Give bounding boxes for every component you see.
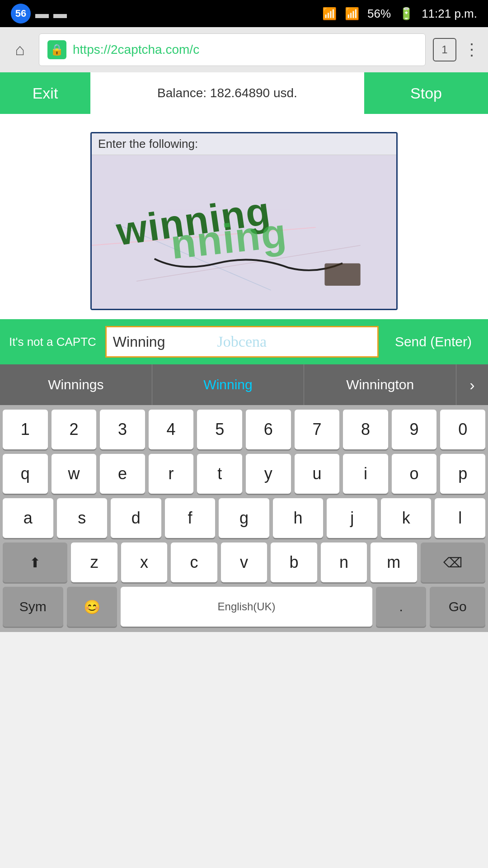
key-c[interactable]: c (171, 542, 217, 582)
key-r[interactable]: r (149, 454, 194, 494)
autocomplete-item-0[interactable]: Winnings (0, 364, 152, 405)
autocomplete-more-button[interactable]: › (456, 364, 488, 405)
captcha-input-value[interactable]: Winning (113, 334, 165, 350)
space-key[interactable]: English(UK) (121, 587, 372, 627)
key-u[interactable]: u (295, 454, 340, 494)
go-key[interactable]: Go (430, 587, 485, 627)
keyboard-zxcv-row: ⬆ z x c v b n m ⌫ (3, 542, 485, 582)
key-b[interactable]: b (271, 542, 317, 582)
key-h[interactable]: h (273, 498, 324, 538)
balance-display: Balance: 182.64890 usd. (90, 86, 364, 100)
battery-icon: 🔋 (399, 7, 413, 21)
key-8[interactable]: 8 (343, 410, 388, 449)
key-f[interactable]: f (165, 498, 216, 538)
tab-count-button[interactable]: 1 (433, 38, 456, 61)
key-i[interactable]: i (343, 454, 388, 494)
captcha-image: winning nning (92, 155, 396, 309)
key-9[interactable]: 9 (392, 410, 437, 449)
keyboard-asdf-row: a s d f g h j k l (3, 498, 485, 538)
key-d[interactable]: d (111, 498, 161, 538)
status-bar: 56 ▬ ▬ 📶 📶 56% 🔋 11:21 p.m. (0, 0, 488, 27)
shift-key[interactable]: ⬆ (3, 542, 67, 582)
emoji-key[interactable]: 😊 (67, 587, 117, 627)
autocomplete-item-2[interactable]: Winnington (304, 364, 456, 405)
key-5[interactable]: 5 (197, 410, 242, 449)
key-j[interactable]: j (327, 498, 377, 538)
keyboard-bottom-row: Sym 😊 English(UK) . Go (3, 587, 485, 627)
key-t[interactable]: t (197, 454, 242, 494)
address-bar[interactable]: 🔒 https://2captcha.com/c (39, 33, 426, 66)
key-m[interactable]: m (371, 542, 417, 582)
key-k[interactable]: k (381, 498, 432, 538)
key-p[interactable]: p (440, 454, 485, 494)
key-n[interactable]: n (321, 542, 367, 582)
sym-key[interactable]: Sym (3, 587, 63, 627)
main-content: Enter the following: winning nning (0, 114, 488, 319)
svg-rect-6 (324, 263, 360, 286)
captcha-prompt-label: Enter the following: (92, 133, 396, 155)
captcha-container: Enter the following: winning nning (90, 132, 398, 310)
key-7[interactable]: 7 (295, 410, 340, 449)
key-0[interactable]: 0 (440, 410, 485, 449)
home-button[interactable]: ⌂ (8, 38, 32, 61)
action-bar: Exit Balance: 182.64890 usd. Stop (0, 72, 488, 114)
key-a[interactable]: a (3, 498, 53, 538)
key-x[interactable]: x (121, 542, 167, 582)
not-captcha-label: It's not a CAPTC (0, 335, 105, 349)
browser-chrome: ⌂ 🔒 https://2captcha.com/c 1 ⋮ (0, 27, 488, 72)
signal-icon-1: ▬ (35, 6, 49, 21)
key-g[interactable]: g (219, 498, 269, 538)
signal-icon-2: ▬ (53, 6, 67, 21)
key-6[interactable]: 6 (246, 410, 291, 449)
wifi-icon: 📶 (322, 7, 337, 21)
key-3[interactable]: 3 (100, 410, 145, 449)
autocomplete-bar: Winnings Winning Winnington › (0, 364, 488, 405)
input-bar: It's not a CAPTC Winning Jobcena Send (E… (0, 319, 488, 364)
key-l[interactable]: l (435, 498, 485, 538)
lock-icon: 🔒 (47, 40, 66, 59)
autocomplete-item-1[interactable]: Winning (152, 364, 305, 405)
captcha-input-wrapper[interactable]: Winning Jobcena (105, 326, 379, 358)
signal-bars-icon: 📶 (345, 7, 359, 21)
stop-button[interactable]: Stop (364, 72, 488, 114)
url-text: https://2captcha.com/c (73, 42, 417, 57)
key-w[interactable]: w (52, 454, 97, 494)
backspace-key[interactable]: ⌫ (421, 542, 485, 582)
key-s[interactable]: s (57, 498, 108, 538)
key-z[interactable]: z (71, 542, 117, 582)
key-o[interactable]: o (392, 454, 437, 494)
keyboard: 1 2 3 4 5 6 7 8 9 0 q w e r t y u i o p … (0, 405, 488, 632)
input-watermark: Jobcena (217, 333, 267, 350)
exit-button[interactable]: Exit (0, 72, 90, 114)
send-button[interactable]: Send (Enter) (379, 319, 488, 364)
key-4[interactable]: 4 (149, 410, 194, 449)
key-q[interactable]: q (3, 454, 48, 494)
browser-menu-button[interactable]: ⋮ (464, 40, 480, 59)
key-e[interactable]: e (100, 454, 145, 494)
battery-percent: 56% (367, 7, 391, 21)
keyboard-qwerty-row: q w e r t y u i o p (3, 454, 485, 494)
period-key[interactable]: . (376, 587, 426, 627)
key-v[interactable]: v (221, 542, 267, 582)
key-y[interactable]: y (246, 454, 291, 494)
key-1[interactable]: 1 (3, 410, 48, 449)
keyboard-number-row: 1 2 3 4 5 6 7 8 9 0 (3, 410, 485, 449)
clock: 11:21 p.m. (422, 7, 477, 21)
notification-badge: 56 (11, 4, 31, 24)
key-2[interactable]: 2 (52, 410, 97, 449)
